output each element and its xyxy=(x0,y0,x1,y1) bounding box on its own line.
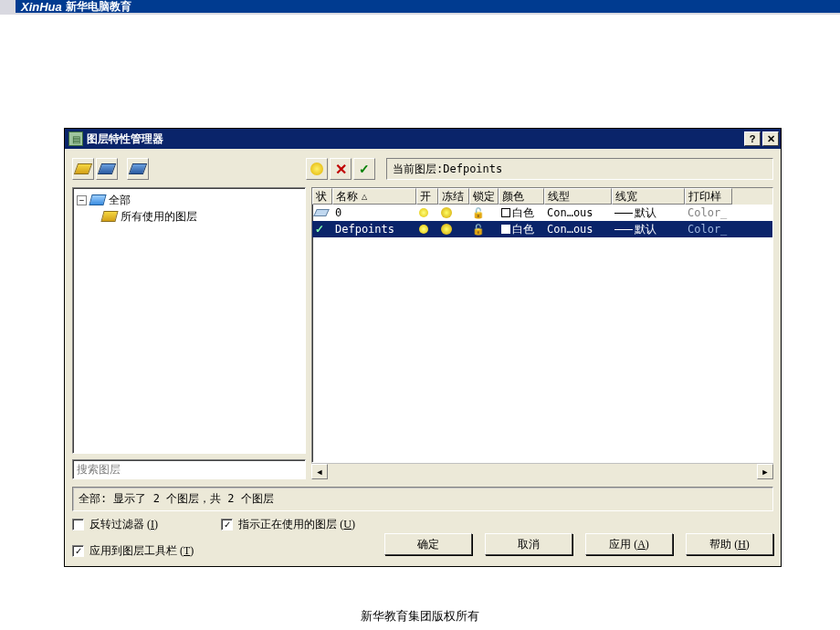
invert-filter-label: 反转过滤器 (I) xyxy=(89,517,158,532)
layer-states-button[interactable] xyxy=(127,158,149,180)
cell-plotstyle: Color_ xyxy=(685,205,732,221)
col-on[interactable]: 开 xyxy=(416,188,438,205)
cell-color[interactable]: 白色 xyxy=(499,221,544,237)
lineweight-icon xyxy=(614,229,633,230)
lock-icon[interactable]: 🔓 xyxy=(472,207,483,218)
cell-name: Defpoints xyxy=(332,221,416,237)
help-button[interactable]: ? xyxy=(744,131,761,146)
search-input[interactable]: 搜索图层 xyxy=(72,459,306,479)
tree-root-label: 全部 xyxy=(109,193,131,208)
dialog-body: ✕ ✓ 当前图层: Defpoints − 全部 所有使用的图层 xyxy=(65,149,781,566)
dialog-title: 图层特性管理器 xyxy=(87,131,744,147)
cell-lineweight[interactable]: 默认 xyxy=(612,221,685,237)
horizontal-scrollbar[interactable]: ◄ ► xyxy=(311,463,773,479)
close-button[interactable]: ✕ xyxy=(762,131,779,146)
set-current-button[interactable]: ✓ xyxy=(353,158,375,180)
titlebar[interactable]: ▤ 图层特性管理器 ? ✕ xyxy=(65,129,781,149)
brand-logo-en: XinHua xyxy=(16,0,66,14)
col-lineweight[interactable]: 线宽 xyxy=(612,188,685,205)
indicate-used-label: 指示正在使用的图层 (U) xyxy=(238,517,355,532)
apply-toolbar-checkbox-line[interactable]: ✓ 应用到图层工具栏 (T) xyxy=(72,543,194,559)
app-icon: ▤ xyxy=(68,131,83,146)
tree-toggle[interactable]: − xyxy=(77,195,87,205)
indicate-used-checkbox-line[interactable]: ✓ 指示正在使用的图层 (U) xyxy=(221,517,355,532)
cell-lineweight[interactable]: 默认 xyxy=(612,205,685,221)
cell-color[interactable]: 白色 xyxy=(499,205,544,221)
check-icon: ✓ xyxy=(359,162,370,176)
col-freeze[interactable]: 冻结 xyxy=(438,188,469,205)
help-button[interactable]: 帮助 (H) xyxy=(686,533,773,555)
sort-indicator-icon: △ xyxy=(362,193,367,201)
brand-stripe xyxy=(0,0,16,13)
status-line: 全部: 显示了 2 个图层，共 2 个图层 xyxy=(72,487,773,511)
filter-tree[interactable]: − 全部 所有使用的图层 xyxy=(72,187,306,454)
layers-all-icon xyxy=(89,194,106,205)
lock-icon[interactable]: 🔓 xyxy=(472,224,483,235)
layers-used-icon xyxy=(100,211,118,222)
ok-button[interactable]: 确定 xyxy=(384,533,472,555)
cell-linetype[interactable]: Con…ous xyxy=(544,221,612,237)
layer-status-icon xyxy=(313,209,330,216)
col-color[interactable]: 颜色 xyxy=(499,188,544,205)
col-lock[interactable]: 锁定 xyxy=(469,188,499,205)
col-status[interactable]: 状 xyxy=(312,188,332,205)
apply-toolbar-checkbox[interactable]: ✓ xyxy=(72,545,84,557)
list-header: 状 名称 △ 开 冻结 锁定 颜色 线型 线宽 打印样 xyxy=(312,188,772,205)
layer-states-icon xyxy=(129,163,147,174)
col-name[interactable]: 名称 △ xyxy=(332,188,416,205)
cell-linetype[interactable]: Con…ous xyxy=(544,205,612,221)
tree-panel: − 全部 所有使用的图层 搜索图层 xyxy=(72,187,306,479)
toolbar: ✕ ✓ 当前图层: Defpoints xyxy=(72,156,773,182)
scroll-track[interactable] xyxy=(328,464,757,479)
layer-list[interactable]: 状 名称 △ 开 冻结 锁定 颜色 线型 线宽 打印样 xyxy=(311,187,773,463)
color-swatch xyxy=(501,208,510,217)
sun-thaw-icon[interactable] xyxy=(441,207,452,218)
layers-icon xyxy=(74,163,92,174)
cell-name: 0 xyxy=(332,205,416,221)
search-placeholder: 搜索图层 xyxy=(77,462,121,478)
current-layer-label: 当前图层: xyxy=(393,162,443,177)
col-plotstyle[interactable]: 打印样 xyxy=(685,188,732,205)
tree-child-label: 所有使用的图层 xyxy=(121,209,197,225)
indicate-used-checkbox[interactable]: ✓ xyxy=(221,519,233,530)
delete-layer-button[interactable]: ✕ xyxy=(330,158,352,180)
tree-child[interactable]: 所有使用的图层 xyxy=(77,208,301,225)
tree-root[interactable]: − 全部 xyxy=(77,192,301,208)
color-swatch xyxy=(501,225,510,234)
new-layer-button[interactable] xyxy=(306,158,328,180)
sun-thaw-icon[interactable] xyxy=(441,224,452,235)
footer-copyright: 新华教育集团版权所有 xyxy=(0,608,840,625)
bulb-on-icon[interactable] xyxy=(419,208,428,217)
apply-toolbar-label: 应用到图层工具栏 (T) xyxy=(89,543,194,559)
new-group-filter-button[interactable] xyxy=(96,158,118,180)
cell-plotstyle: Color_ xyxy=(685,221,732,237)
scroll-left-button[interactable]: ◄ xyxy=(311,464,328,479)
apply-button[interactable]: 应用 (A) xyxy=(585,533,673,555)
invert-filter-checkbox[interactable] xyxy=(72,519,84,530)
invert-filter-checkbox-line[interactable]: 反转过滤器 (I) xyxy=(72,517,194,532)
list-panel: 状 名称 △ 开 冻结 锁定 颜色 线型 线宽 打印样 xyxy=(311,187,773,479)
new-layer-filter-button[interactable] xyxy=(72,158,94,180)
table-row[interactable]: 0 🔓 白色 Con…ous 默认 Color_ xyxy=(312,205,772,221)
layers-group-icon xyxy=(98,163,116,174)
current-layer-value: Defpoints xyxy=(443,163,502,175)
lineweight-icon xyxy=(614,213,633,214)
bulb-on-icon[interactable] xyxy=(419,225,428,234)
brand-logo-cn: 新华电脑教育 xyxy=(66,0,131,15)
scroll-right-button[interactable]: ► xyxy=(757,464,773,479)
table-row[interactable]: ✓ Defpoints 🔓 白色 Con…ous 默认 Color_ xyxy=(312,221,772,237)
sun-icon xyxy=(310,163,323,175)
current-layer-box: 当前图层: Defpoints xyxy=(386,158,773,180)
cancel-button[interactable]: 取消 xyxy=(485,533,572,555)
col-linetype[interactable]: 线型 xyxy=(544,188,612,205)
layer-dialog: ▤ 图层特性管理器 ? ✕ ✕ ✓ 当前图层: Defpoints − xyxy=(64,128,782,567)
x-icon: ✕ xyxy=(335,161,347,178)
brand-bar: XinHua 新华电脑教育 xyxy=(0,0,840,15)
current-layer-check-icon: ✓ xyxy=(315,223,324,236)
